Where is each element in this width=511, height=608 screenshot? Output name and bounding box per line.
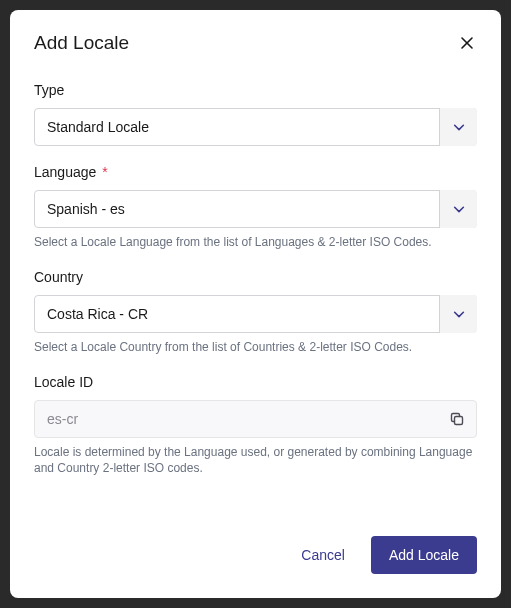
language-field: Language * Spanish - es Select a Locale … — [34, 164, 477, 251]
copy-button[interactable] — [447, 409, 467, 429]
type-label: Type — [34, 82, 477, 98]
country-help: Select a Locale Country from the list of… — [34, 339, 477, 356]
language-label-text: Language — [34, 164, 96, 180]
close-icon — [459, 35, 475, 51]
language-label: Language * — [34, 164, 477, 180]
copy-icon — [449, 411, 465, 427]
type-select-value: Standard Locale — [34, 108, 477, 146]
modal-header: Add Locale — [34, 32, 477, 54]
country-label: Country — [34, 269, 477, 285]
country-field: Country Costa Rica - CR Select a Locale … — [34, 269, 477, 356]
cancel-button[interactable]: Cancel — [293, 537, 353, 573]
locale-id-field: Locale ID es-cr Locale is determined by … — [34, 374, 477, 478]
locale-id-input-wrap: es-cr — [34, 400, 477, 438]
required-indicator: * — [102, 164, 107, 180]
add-locale-button[interactable]: Add Locale — [371, 536, 477, 574]
type-select[interactable]: Standard Locale — [34, 108, 477, 146]
modal-footer: Cancel Add Locale — [34, 536, 477, 574]
locale-id-help: Locale is determined by the Language use… — [34, 444, 477, 478]
type-field: Type Standard Locale — [34, 82, 477, 146]
language-select-value: Spanish - es — [34, 190, 477, 228]
country-select[interactable]: Costa Rica - CR — [34, 295, 477, 333]
language-select[interactable]: Spanish - es — [34, 190, 477, 228]
modal-title: Add Locale — [34, 32, 129, 54]
country-select-value: Costa Rica - CR — [34, 295, 477, 333]
language-help: Select a Locale Language from the list o… — [34, 234, 477, 251]
add-locale-modal: Add Locale Type Standard Locale Language… — [10, 10, 501, 598]
locale-id-input: es-cr — [34, 400, 477, 438]
locale-id-label: Locale ID — [34, 374, 477, 390]
close-button[interactable] — [457, 33, 477, 53]
svg-rect-2 — [455, 416, 463, 424]
